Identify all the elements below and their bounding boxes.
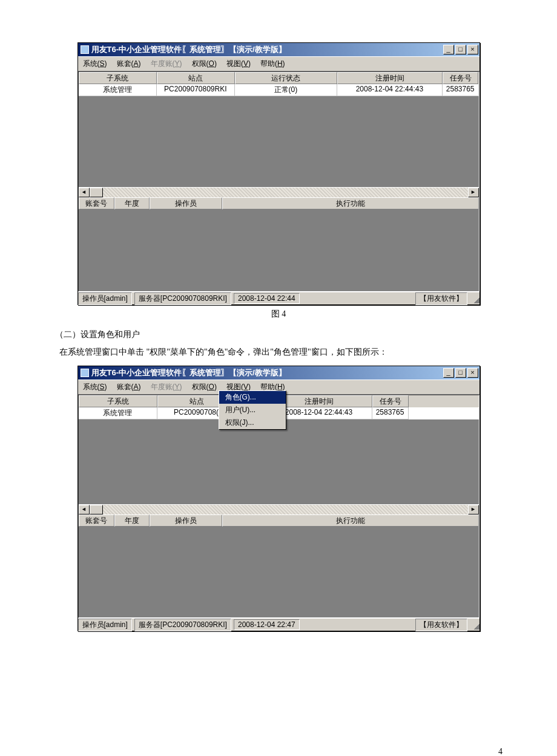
col-state[interactable]: 运行状态 (235, 72, 337, 84)
bottom-grid-body (79, 527, 479, 617)
body-text: 在系统管理窗口中单击 "权限"菜单下的"角色"命令，弹出"角色管理"窗口，如下图… (42, 344, 515, 360)
col-regtime[interactable]: 注册时间 (337, 72, 443, 84)
status-time: 2008-12-04 22:47 (234, 619, 300, 630)
cell-subsystem: 系统管理 (79, 407, 157, 419)
cell-site: PC2009070809RKI (157, 84, 235, 96)
window-title: 用友T6-中小企业管理软件〖系统管理〗【演示/教学版】 (91, 367, 286, 378)
resize-grip[interactable] (470, 620, 480, 629)
scroll-left-button[interactable]: ◄ (79, 505, 90, 514)
menu-account[interactable]: 账套(A) (112, 381, 146, 393)
col-function[interactable]: 执行功能 (222, 197, 479, 209)
scroll-track[interactable] (103, 505, 468, 514)
app-icon (81, 45, 89, 54)
col-taskid[interactable]: 任务号 (372, 395, 409, 407)
window-title: 用友T6-中小企业管理软件〖系统管理〗【演示/教学版】 (91, 44, 286, 55)
menu-system[interactable]: 系统(S) (78, 381, 112, 393)
h-scrollbar[interactable]: ◄ ► (79, 187, 479, 197)
section-heading: （二）设置角色和用户 (42, 327, 515, 342)
minimize-button[interactable]: _ (443, 368, 454, 378)
scroll-track[interactable] (103, 188, 468, 197)
col-taskid[interactable]: 任务号 (443, 72, 479, 84)
page-number: 4 (498, 747, 503, 756)
status-time: 2008-12-04 22:44 (234, 293, 300, 304)
close-button[interactable]: × (467, 368, 478, 378)
menu-view[interactable]: 视图(V) (222, 58, 255, 70)
menu-year: 年度账(Y) (146, 381, 187, 393)
col-subsystem[interactable]: 子系统 (79, 72, 157, 84)
scroll-right-button[interactable]: ► (468, 505, 479, 514)
status-brand: 【用友软件】 (415, 292, 467, 305)
cell-state: 正常(0) (235, 84, 337, 96)
menu-help[interactable]: 帮助(H) (255, 58, 290, 70)
menu-permission[interactable]: 权限(O) (187, 381, 222, 393)
menu-permission[interactable]: 权限(O) (187, 58, 222, 70)
status-operator: 操作员[admin] (78, 292, 132, 305)
permission-dropdown: 角色(G)... 用户(U)... 权限(J)... (219, 390, 286, 430)
menu-account[interactable]: 账套(A) (112, 58, 146, 70)
resize-grip[interactable] (470, 294, 480, 303)
top-grid-body (79, 96, 479, 187)
cell-regtime: 2008-12-04 22:44:43 (337, 84, 443, 96)
titlebar[interactable]: 用友T6-中小企业管理软件〖系统管理〗【演示/教学版】 _ □ × (78, 43, 480, 56)
menu-year: 年度账(Y) (146, 58, 187, 70)
cell-subsystem: 系统管理 (79, 84, 157, 96)
status-brand: 【用友软件】 (415, 619, 467, 631)
titlebar[interactable]: 用友T6-中小企业管理软件〖系统管理〗【演示/教学版】 _ □ × (78, 366, 480, 380)
col-accountset[interactable]: 账套号 (79, 514, 115, 527)
close-button[interactable]: × (467, 45, 478, 54)
col-function[interactable]: 执行功能 (222, 514, 479, 527)
sysadmin-window-1: 用友T6-中小企业管理软件〖系统管理〗【演示/教学版】 _ □ × 系统(S) … (77, 42, 480, 305)
bottom-grid-header: 账套号 年度 操作员 执行功能 (79, 514, 479, 527)
scroll-left-button[interactable]: ◄ (79, 188, 90, 197)
statusbar: 操作员[admin] 服务器[PC2009070809RKI] 2008-12-… (78, 292, 480, 304)
scroll-right-button[interactable]: ► (468, 188, 479, 197)
app-icon (81, 369, 89, 377)
scroll-thumb[interactable] (90, 188, 103, 197)
dropdown-permission[interactable]: 权限(J)... (219, 416, 286, 429)
bottom-grid-header: 账套号 年度 操作员 执行功能 (79, 197, 479, 209)
dropdown-role[interactable]: 角色(G)... (219, 391, 286, 404)
col-operator[interactable]: 操作员 (150, 197, 222, 209)
minimize-button[interactable]: _ (443, 45, 454, 54)
h-scrollbar[interactable]: ◄ ► (79, 504, 479, 514)
col-year[interactable]: 年度 (114, 197, 150, 209)
cell-taskid: 2583765 (372, 407, 409, 419)
top-grid-header: 子系统 站点 运行状态 注册时间 任务号 (79, 72, 479, 84)
scroll-thumb[interactable] (90, 505, 103, 514)
maximize-button[interactable]: □ (455, 45, 466, 54)
col-site[interactable]: 站点 (157, 72, 235, 84)
col-year[interactable]: 年度 (114, 514, 150, 527)
cell-taskid: 2583765 (443, 84, 479, 96)
col-accountset[interactable]: 账套号 (79, 197, 115, 209)
dropdown-user[interactable]: 用户(U)... (219, 404, 286, 416)
statusbar: 操作员[admin] 服务器[PC2009070809RKI] 2008-12-… (78, 618, 480, 631)
maximize-button[interactable]: □ (455, 368, 466, 378)
client-area: 子系统 站点 运行状态 注册时间 任务号 系统管理 PC2009070809RK… (78, 71, 480, 292)
menubar: 系统(S) 账套(A) 年度账(Y) 权限(O) 视图(V) 帮助(H) (78, 56, 480, 71)
status-server: 服务器[PC2009070809RKI] (134, 619, 231, 631)
col-operator[interactable]: 操作员 (150, 514, 222, 527)
top-grid-body (79, 419, 479, 504)
status-operator: 操作员[admin] (78, 619, 132, 631)
status-server: 服务器[PC2009070809RKI] (134, 292, 231, 305)
col-subsystem[interactable]: 子系统 (79, 395, 157, 407)
sysadmin-window-2: 用友T6-中小企业管理软件〖系统管理〗【演示/教学版】 _ □ × 系统(S) … (77, 366, 480, 631)
menu-system[interactable]: 系统(S) (78, 58, 112, 70)
top-grid-row[interactable]: 系统管理 PC2009070809RKI 正常(0) 2008-12-04 22… (79, 84, 479, 96)
bottom-grid-body (79, 209, 479, 291)
figure-caption: 图 4 (42, 309, 515, 320)
